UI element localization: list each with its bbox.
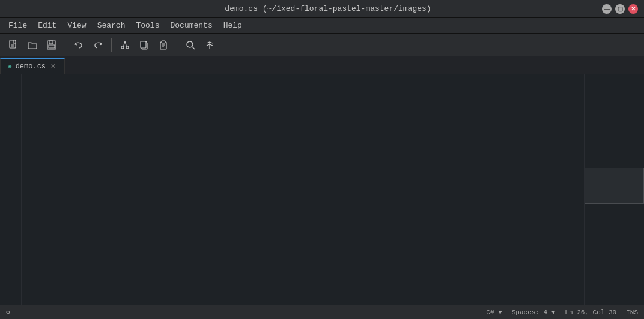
svg-line-9 xyxy=(125,41,127,46)
menu-search[interactable]: Search xyxy=(93,20,130,31)
title-bar: demo.cs (~/1xed-floral-pastel-master/ima… xyxy=(0,0,644,18)
minimap[interactable] xyxy=(584,74,644,305)
separator-2 xyxy=(111,38,112,52)
status-mode: INS xyxy=(626,309,638,316)
tab-label: demo.cs xyxy=(16,62,46,71)
svg-rect-13 xyxy=(162,41,165,43)
cut-button[interactable] xyxy=(117,37,133,53)
jump-button[interactable] xyxy=(201,37,218,53)
undo-button[interactable] xyxy=(70,37,87,53)
menu-documents[interactable]: Documents xyxy=(165,20,217,31)
tab-demo-cs[interactable]: ◈ demo.cs ✕ xyxy=(0,58,65,74)
svg-rect-5 xyxy=(49,45,55,48)
menu-help[interactable]: Help xyxy=(219,20,247,31)
minimize-button[interactable]: — xyxy=(602,4,612,14)
paste-button[interactable] xyxy=(155,37,172,53)
new-file-button[interactable] xyxy=(5,37,22,53)
save-button[interactable] xyxy=(43,37,60,53)
tab-file-icon: ◈ xyxy=(8,62,12,70)
toolbar xyxy=(0,34,644,56)
code-editor[interactable] xyxy=(0,74,584,305)
status-bar: ⚙ C# ▼ Spaces: 4 ▼ Ln 26, Col 30 INS xyxy=(0,305,644,319)
menu-file[interactable]: File xyxy=(4,20,32,31)
window-controls[interactable]: — ▢ ✕ xyxy=(602,4,638,14)
svg-rect-4 xyxy=(49,41,53,44)
svg-point-6 xyxy=(121,46,124,49)
status-position[interactable]: Ln 26, Col 30 xyxy=(565,309,616,316)
tab-bar: ◈ demo.cs ✕ xyxy=(0,56,644,74)
svg-line-18 xyxy=(192,47,195,49)
svg-line-8 xyxy=(124,41,126,46)
menu-view[interactable]: View xyxy=(62,20,91,31)
separator-3 xyxy=(177,38,177,52)
menu-bar: File Edit View Search Tools Documents He… xyxy=(0,18,644,34)
search-toolbar-button[interactable] xyxy=(182,37,199,53)
open-file-button[interactable] xyxy=(24,37,41,53)
copy-button[interactable] xyxy=(136,37,153,53)
menu-tools[interactable]: Tools xyxy=(131,20,164,31)
maximize-button[interactable]: ▢ xyxy=(615,4,625,14)
tab-close-button[interactable]: ✕ xyxy=(49,62,57,70)
svg-point-17 xyxy=(187,41,193,47)
line-numbers xyxy=(0,74,22,305)
status-language[interactable]: C# ▼ xyxy=(486,309,502,316)
status-settings-icon[interactable]: ⚙ xyxy=(6,308,10,316)
redo-button[interactable] xyxy=(90,37,106,53)
window-title: demo.cs (~/1xed-floral-pastel-master/ima… xyxy=(54,4,602,13)
close-button[interactable]: ✕ xyxy=(628,4,638,14)
status-spaces[interactable]: Spaces: 4 ▼ xyxy=(512,309,556,316)
code-content[interactable] xyxy=(22,74,584,305)
status-right: C# ▼ Spaces: 4 ▼ Ln 26, Col 30 INS xyxy=(486,309,638,316)
main-area xyxy=(0,74,644,305)
svg-rect-0 xyxy=(10,40,16,48)
separator-1 xyxy=(65,38,65,52)
menu-edit[interactable]: Edit xyxy=(33,20,61,31)
minimap-viewport xyxy=(585,168,644,204)
svg-rect-11 xyxy=(141,41,146,48)
status-left: ⚙ xyxy=(6,308,10,316)
svg-point-7 xyxy=(126,46,129,49)
